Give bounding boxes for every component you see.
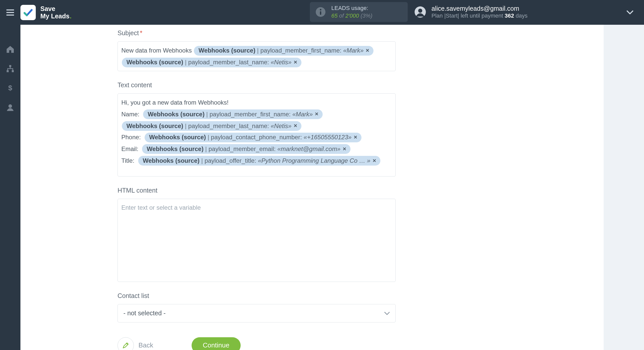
pencil-icon (118, 337, 134, 350)
text-name-label: Name: (121, 111, 139, 118)
chip-remove-icon[interactable]: ✕ (372, 157, 376, 165)
subject-label: Subject* (118, 29, 593, 37)
sidebar-item-connections[interactable] (0, 59, 20, 78)
check-icon (23, 7, 33, 18)
sidebar-item-home[interactable] (0, 40, 20, 59)
sidebar: $ (0, 25, 20, 350)
text-content-input[interactable]: Hi, you got a new data from Webhooks! Na… (118, 93, 396, 177)
text-intro: Hi, you got a new data from Webhooks! (121, 99, 229, 106)
variable-chip[interactable]: Webhooks (source) | payload_member_email… (142, 144, 350, 154)
leads-usage-value: 65 of 2'000 (3%) (331, 12, 372, 20)
brand-text: Save My Leads. (40, 5, 72, 20)
form-card: Subject* New data from Webhooks Webhooks… (20, 25, 604, 350)
home-icon (6, 45, 14, 53)
sitemap-icon (6, 65, 14, 73)
chip-remove-icon[interactable]: ✕ (354, 133, 357, 142)
svg-point-12 (8, 104, 12, 108)
continue-button[interactable]: Continue (192, 337, 241, 350)
brand-line1: Save (40, 5, 55, 12)
hamburger-menu-button[interactable] (0, 0, 20, 25)
chip-remove-icon[interactable]: ✕ (294, 58, 297, 67)
app-logo (20, 5, 36, 20)
text-content-label: Text content (118, 81, 593, 89)
svg-text:$: $ (8, 84, 12, 92)
brand: Save My Leads. (20, 5, 72, 20)
hamburger-icon (6, 9, 14, 16)
html-content-input[interactable]: Enter text or select a variable (118, 199, 396, 282)
svg-rect-8 (9, 65, 11, 67)
topbar: Save My Leads. LEADS usage: 65 of 2'000 … (0, 0, 644, 25)
variable-chip[interactable]: Webhooks (source) | payload_member_first… (194, 46, 373, 56)
variable-chip[interactable]: Webhooks (source) | payload_contact_phon… (145, 133, 361, 142)
svg-rect-2 (6, 15, 14, 16)
svg-rect-9 (7, 70, 9, 72)
back-button[interactable]: Back (118, 337, 153, 350)
chevron-down-icon (384, 309, 390, 317)
sidebar-item-billing[interactable]: $ (0, 78, 20, 98)
info-icon (315, 7, 326, 17)
continue-label: Continue (203, 341, 229, 349)
brand-line2: My Leads (40, 12, 69, 20)
avatar-icon (415, 6, 426, 18)
account-menu[interactable]: alice.savemyleads@gmail.com Plan |Start|… (415, 2, 528, 22)
sidebar-item-profile[interactable] (0, 98, 20, 117)
text-email-label: Email: (121, 145, 138, 152)
main: Subject* New data from Webhooks Webhooks… (20, 25, 644, 350)
html-content-label: HTML content (118, 187, 593, 194)
svg-rect-4 (320, 11, 321, 15)
svg-point-7 (418, 9, 422, 13)
user-icon (6, 103, 14, 111)
variable-chip[interactable]: Webhooks (source) | payload_offer_title:… (138, 156, 380, 166)
chip-remove-icon[interactable]: ✕ (343, 145, 346, 153)
contact-list-selected: - not selected - (123, 309, 166, 317)
html-content-placeholder: Enter text or select a variable (121, 204, 201, 211)
svg-rect-10 (12, 70, 14, 72)
variable-chip[interactable]: Webhooks (source) | payload_member_first… (143, 109, 323, 119)
chevron-down-icon (627, 10, 633, 15)
chip-remove-icon[interactable]: ✕ (315, 110, 319, 118)
collapse-chevron[interactable] (627, 0, 633, 25)
svg-rect-0 (6, 9, 14, 10)
dollar-icon: $ (6, 84, 14, 92)
account-plan: Plan |Start| left until payment 362 days (431, 12, 528, 20)
text-phone-label: Phone: (121, 134, 141, 141)
leads-usage-widget[interactable]: LEADS usage: 65 of 2'000 (3%) (310, 2, 408, 22)
variable-chip[interactable]: Webhooks (source) | payload_member_last_… (122, 121, 301, 131)
contact-list-select[interactable]: - not selected - (118, 304, 396, 322)
svg-rect-1 (6, 12, 14, 13)
leads-usage-label: LEADS usage: (331, 4, 372, 12)
subject-input[interactable]: New data from Webhooks Webhooks (source)… (118, 41, 396, 71)
subject-prefix-text: New data from Webhooks (121, 47, 192, 54)
chip-remove-icon[interactable]: ✕ (366, 46, 369, 55)
form-footer: Back Continue (118, 337, 593, 350)
variable-chip[interactable]: Webhooks (source) | payload_member_last_… (122, 58, 301, 67)
account-email: alice.savemyleads@gmail.com (431, 5, 528, 12)
text-title-label: Title: (121, 157, 134, 164)
back-label: Back (138, 341, 153, 349)
chip-remove-icon[interactable]: ✕ (294, 122, 297, 130)
contact-list-label: Contact list (118, 292, 593, 299)
svg-point-5 (320, 9, 321, 10)
